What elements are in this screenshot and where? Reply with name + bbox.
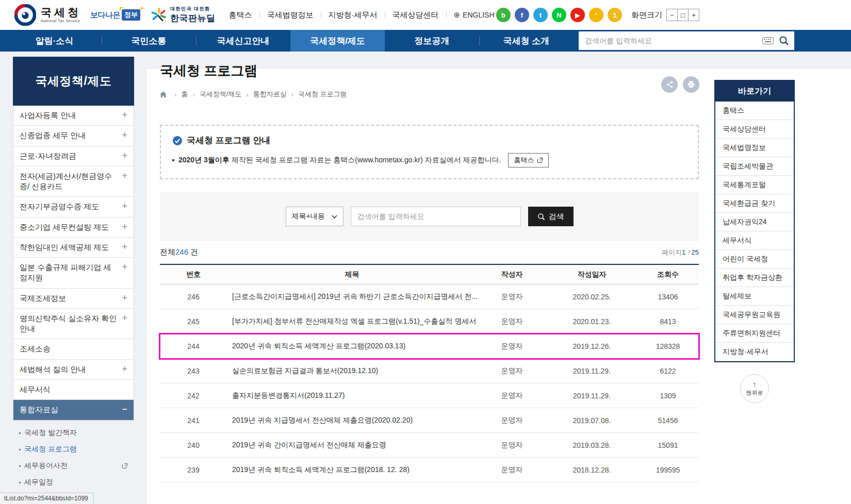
expand-icon[interactable]: + <box>122 262 127 273</box>
expand-icon[interactable]: + <box>122 130 127 141</box>
row-title-link[interactable]: 실손의료보험금 지급결과 통보서(2019.12.10) <box>227 366 477 376</box>
breadcrumb-item[interactable]: 홈 <box>170 90 188 99</box>
sidebar-item[interactable]: 국제조세정보 + <box>13 289 134 309</box>
sidebar-item[interactable]: 통합자료실 − <box>13 400 134 420</box>
table-row[interactable]: 242 출자지분등변경통지서(2019.11.27) 운영자 2019.11.2… <box>160 383 699 408</box>
screen-size-button[interactable]: □ <box>677 9 689 21</box>
row-title-link[interactable]: 2019년 귀속 간이지급명세서 전산매체 제출요령 <box>227 441 477 450</box>
print-button[interactable] <box>683 76 699 93</box>
scroll-to-top-button[interactable]: ↑ 맨위로 <box>740 374 769 403</box>
expand-icon[interactable]: + <box>122 171 127 181</box>
sidebar-subitem[interactable]: 세무용어사전 <box>14 458 133 474</box>
table-row[interactable]: 241 2019년 귀속 지급명세서 전산매체 제출요령(2020.02.20)… <box>160 408 699 433</box>
quick-link[interactable]: 국세환급금 찾기 <box>715 194 794 213</box>
row-title-link[interactable]: [근로소득간이지급명세서] 2019년 귀속 하반기 근로소득간이지급명세서 전… <box>227 292 477 301</box>
breadcrumb-item[interactable]: 통합자료실 <box>241 90 286 99</box>
nav-tab[interactable]: 국민소통 <box>102 30 196 52</box>
expand-icon[interactable]: + <box>122 222 127 232</box>
sidebar-item[interactable]: 세무서식 <box>13 380 134 400</box>
quick-link[interactable]: 지방청·세무서 <box>715 343 794 361</box>
sidebar-item[interactable]: 조세소송 <box>13 339 134 359</box>
table-row[interactable]: 244 2020년 귀속 퇴직소득 세액계산 프로그램(2020.03.13) … <box>160 334 699 359</box>
screen-size-button[interactable]: − <box>666 9 678 21</box>
kakao-1boon-icon[interactable]: 1 <box>608 8 622 22</box>
quick-link[interactable]: 주류면허지원센터 <box>715 324 794 343</box>
table-row[interactable]: 246 [근로소득간이지급명세서] 2019년 귀속 하반기 근로소득간이지급명… <box>160 284 699 309</box>
board-search-input[interactable] <box>351 207 521 226</box>
global-search-input[interactable] <box>584 36 762 45</box>
row-title-link[interactable]: [부가가치세] 첨부서류 전산매체작성 엑셀 프로그램(v.1.51)_수출실적… <box>227 317 477 326</box>
expand-icon[interactable]: − <box>122 405 127 415</box>
header-link[interactable]: 홈택스 <box>229 10 267 20</box>
expand-icon[interactable]: + <box>122 201 127 212</box>
search-icon[interactable] <box>779 36 789 46</box>
board-search-bar: 제목+내용 검색 <box>160 192 699 241</box>
row-title-link[interactable]: 2019년 귀속 지급명세서 전산매체 제출요령(2020.02.20) <box>227 416 477 425</box>
row-title-link[interactable]: 출자지분등변경통지서(2019.11.27) <box>227 391 477 400</box>
sidebar-item[interactable]: 착한임대인 세액공제 제도 + <box>13 238 134 258</box>
naver-post-icon[interactable]: N <box>552 8 566 22</box>
breadcrumb-item[interactable]: 국세청 프로그램 <box>287 90 347 99</box>
nav-tab[interactable]: 알림·소식 <box>7 30 102 52</box>
search-field-select[interactable]: 제목+내용 <box>286 207 343 226</box>
expand-icon[interactable]: + <box>122 242 127 253</box>
sidebar-item[interactable]: 명의신탁주식 실소유자 확인안내 + <box>13 309 134 340</box>
table-row[interactable]: 243 실손의료보험금 지급결과 통보서(2019.12.10) 운영자 201… <box>160 359 699 383</box>
sidebar-item[interactable]: 전자(세금)계산서/현금영수증/ 신용카드 + <box>13 166 134 197</box>
quick-link[interactable]: 취업후 학자금상환 <box>715 268 794 287</box>
nav-tab[interactable]: 국세정책/제도 <box>290 30 385 52</box>
quick-link[interactable]: 세무서식 <box>715 231 794 250</box>
sidebar-item[interactable]: 일본 수출규제 피해기업 세정지원 + <box>13 258 134 289</box>
sidebar-item[interactable]: 신종업종 세무 안내 + <box>13 126 134 146</box>
language-switch[interactable]: ⊕ ENGLISH <box>454 10 495 20</box>
breadcrumb-item[interactable]: 국세정책/제도 <box>188 90 241 99</box>
share-button[interactable] <box>661 76 678 93</box>
sidebar-subitem[interactable]: 세무일정 <box>14 474 133 491</box>
quick-link[interactable]: 국세상담센터 <box>715 120 794 139</box>
sidebar-item[interactable]: 세법해석 질의 안내 + <box>13 360 134 380</box>
expand-icon[interactable]: + <box>122 110 127 121</box>
quick-link[interactable]: 국세통계포털 <box>715 176 794 194</box>
hometax-button[interactable]: 홈택스 <box>508 153 549 167</box>
quick-link[interactable]: 국세법령정보 <box>715 139 794 157</box>
sidebar-item[interactable]: 중소기업 세무컨설팅 제도 + <box>13 217 134 238</box>
board-search-button[interactable]: 검색 <box>528 207 574 226</box>
quick-link[interactable]: 홈택스 <box>715 102 794 120</box>
blog-icon[interactable]: b <box>496 8 511 22</box>
quick-links-title: 바로가기 <box>715 81 794 102</box>
quick-link[interactable]: 탈세제보 <box>715 287 794 306</box>
expand-icon[interactable]: + <box>122 313 127 324</box>
sidebar-subitem[interactable]: 국세청 프로그램 <box>14 441 133 458</box>
header-link[interactable]: 국세법령정보 <box>267 10 329 20</box>
nav-tab[interactable]: 국세신고안내 <box>196 30 290 52</box>
quick-link[interactable]: 납세자권익24 <box>715 213 794 231</box>
header-link[interactable]: 지방청·세무서 <box>329 10 392 20</box>
expand-icon[interactable]: + <box>122 364 127 375</box>
twitter-icon[interactable]: t <box>533 8 548 22</box>
kakaostory-icon[interactable]: ’ <box>589 8 603 22</box>
virtual-keyboard-icon[interactable] <box>762 37 774 44</box>
nav-tab[interactable]: 정보공개 <box>385 30 479 52</box>
nav-tab[interactable]: 국세청 소개 <box>479 30 574 52</box>
sidebar-item[interactable]: 근로·자녀장려금 + <box>13 146 134 166</box>
expand-icon[interactable]: + <box>122 293 127 304</box>
quick-link[interactable]: 어린이 국세청 <box>715 250 794 268</box>
notice-title: 국세청 프로그램 안내 <box>172 135 686 146</box>
home-icon[interactable] <box>160 91 167 98</box>
quick-link[interactable]: 국세공무원교육원 <box>715 306 794 324</box>
expand-icon[interactable]: + <box>122 151 127 161</box>
table-row[interactable]: 245 [부가가치세] 첨부서류 전산매체작성 엑셀 프로그램(v.1.51)_… <box>160 309 699 334</box>
row-title-link[interactable]: 2019년 귀속 퇴직소득 세액계산 프로그램(2018. 12. 28) <box>227 465 477 475</box>
sidebar-item[interactable]: 사업자등록 안내 + <box>13 106 134 126</box>
screen-size-button[interactable]: + <box>688 9 699 21</box>
sidebar-subitem[interactable]: 국세청 발간책자 <box>14 425 133 441</box>
table-row[interactable]: 239 2019년 귀속 퇴직소득 세액계산 프로그램(2018. 12. 28… <box>160 458 699 482</box>
nts-logo[interactable]: 국세청 National Tax Service <box>14 4 81 26</box>
sidebar-item[interactable]: 전자기부금영수증 제도 + <box>13 197 134 217</box>
quick-link[interactable]: 국립조세박물관 <box>715 157 794 176</box>
youtube-icon[interactable]: ▶ <box>570 8 585 22</box>
table-row[interactable]: 240 2019년 귀속 간이지급명세서 전산매체 제출요령 운영자 2019.… <box>160 433 699 458</box>
facebook-icon[interactable]: f <box>515 8 529 22</box>
row-title-link[interactable]: 2020년 귀속 퇴직소득 세액계산 프로그램(2020.03.13) <box>227 342 477 351</box>
header-link[interactable]: 국세상담센터 <box>392 10 454 20</box>
